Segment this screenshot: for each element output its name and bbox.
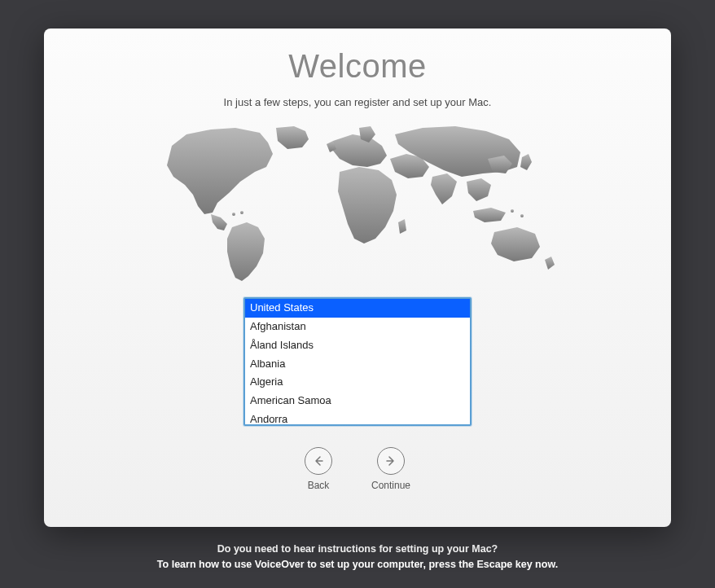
- country-option[interactable]: Åland Islands: [245, 336, 470, 355]
- country-listbox[interactable]: United States Afghanistan Åland Islands …: [243, 297, 472, 426]
- nav-bar: Back Continue: [305, 447, 410, 491]
- svg-point-3: [520, 214, 524, 217]
- country-option[interactable]: Afghanistan: [245, 318, 470, 336]
- world-map: [154, 123, 561, 286]
- country-option[interactable]: Algeria: [245, 373, 470, 392]
- back-button[interactable]: Back: [305, 447, 332, 491]
- footer-line-2: To learn how to use VoiceOver to set up …: [0, 557, 715, 573]
- svg-point-0: [232, 213, 235, 216]
- country-option[interactable]: Andorra: [245, 410, 470, 426]
- arrow-left-icon: [305, 447, 332, 475]
- svg-point-2: [511, 209, 514, 213]
- page-title: Welcome: [288, 48, 426, 85]
- country-option[interactable]: United States: [245, 299, 470, 318]
- svg-point-1: [240, 211, 243, 214]
- setup-window: Welcome In just a few steps, you can reg…: [44, 29, 671, 527]
- continue-label: Continue: [371, 480, 410, 491]
- footer: Do you need to hear instructions for set…: [0, 542, 715, 573]
- footer-line-1: Do you need to hear instructions for set…: [0, 542, 715, 557]
- country-option[interactable]: American Samoa: [245, 392, 470, 410]
- page-subtitle: In just a few steps, you can register an…: [224, 96, 492, 108]
- country-option[interactable]: Albania: [245, 355, 470, 374]
- continue-button[interactable]: Continue: [371, 447, 410, 491]
- back-label: Back: [308, 480, 330, 491]
- arrow-right-icon: [377, 447, 405, 475]
